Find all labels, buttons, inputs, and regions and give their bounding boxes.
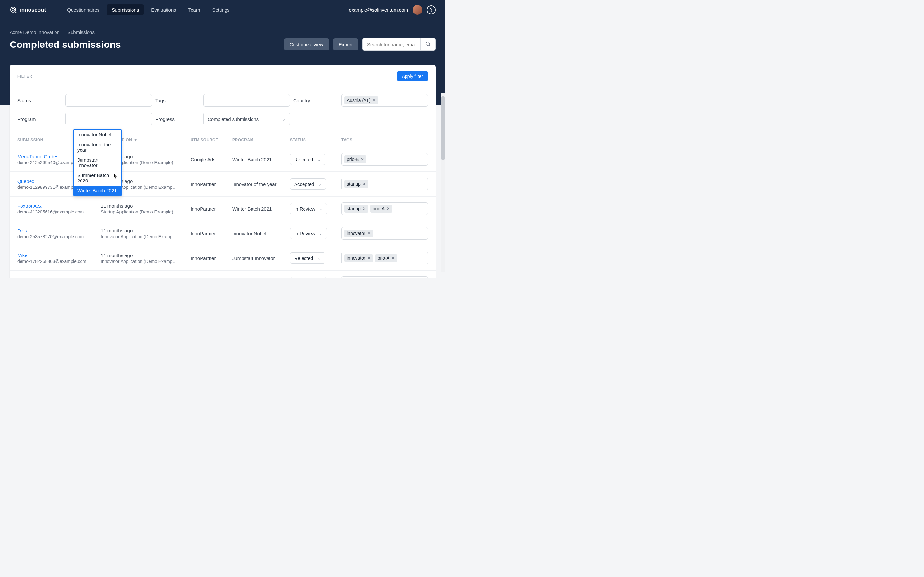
page-header: Completed submissions Customize view Exp… (0, 35, 445, 51)
th-program[interactable]: PROGRAM (232, 138, 290, 142)
close-icon[interactable]: ✕ (387, 206, 390, 211)
status-select[interactable]: In Review⌄ (290, 203, 327, 214)
nav-item-questionnaires[interactable]: Questionnaires (62, 5, 105, 15)
table-row: Deltademo-253578270@example.com11 months… (10, 221, 436, 246)
submitted-time: 11 months ago (101, 228, 191, 234)
program-option[interactable]: Innovator of the year (74, 139, 121, 155)
breadcrumb-section[interactable]: Submissions (67, 29, 95, 35)
nav-item-settings[interactable]: Settings (207, 5, 234, 15)
filter-grid: Status Tags Country Austria (AT) ✕ Progr… (10, 86, 436, 133)
utm-source: InnoPartner (191, 231, 232, 236)
tag-chip[interactable]: prio-A✕ (370, 205, 393, 213)
nav-item-team[interactable]: Team (183, 5, 205, 15)
nav-item-submissions[interactable]: Submissions (107, 5, 144, 15)
th-status[interactable]: STATUS (290, 138, 341, 142)
chevron-down-icon: ⌄ (318, 230, 323, 236)
th-utm-source[interactable]: UTM SOURCE (191, 138, 232, 142)
filter-section-label: FILTER (17, 74, 32, 79)
tags-input[interactable]: innovator✕prio-A✕ (341, 251, 428, 264)
filter-header: FILTER Apply filter (10, 65, 436, 86)
export-button[interactable]: Export (333, 39, 359, 50)
status-select[interactable]: Rejected⌄ (290, 252, 325, 264)
status-value: Rejected (294, 157, 313, 162)
filter-tags-input[interactable] (204, 94, 290, 107)
tag-label: innovator (347, 255, 365, 261)
utm-source: InnoPartner (191, 206, 232, 211)
th-tags[interactable]: TAGS (341, 138, 428, 142)
filter-progress-label: Progress (155, 116, 200, 122)
submission-name[interactable]: Delta (17, 228, 101, 234)
status-value: In Review (294, 206, 315, 211)
tags-input[interactable]: innovator✕ (341, 227, 428, 240)
program-option[interactable]: Innovator Nobel (74, 129, 121, 139)
logo[interactable]: innoscout (10, 6, 46, 14)
scrollbar-thumb[interactable] (441, 96, 445, 160)
tag-label: prio-A (373, 206, 384, 211)
filter-program-label: Program (17, 116, 62, 122)
search-button[interactable] (420, 39, 435, 50)
program-option[interactable]: Jumpstart Innovator (74, 155, 121, 170)
tag-label: prio-B (347, 157, 359, 162)
tags-input[interactable]: innovator✕prio-A✕ (341, 276, 428, 278)
help-icon[interactable]: ? (427, 5, 436, 15)
filter-status-input[interactable] (65, 94, 152, 107)
close-icon[interactable]: ✕ (360, 157, 364, 161)
tags-input[interactable]: startup✕ (341, 177, 428, 190)
utm-source: InnoPartner (191, 181, 232, 187)
svg-point-0 (12, 8, 15, 11)
submission-name[interactable]: Foxtrot A.S. (17, 203, 101, 209)
status-select[interactable]: Rejected⌄ (290, 153, 325, 165)
country-chip[interactable]: Austria (AT) ✕ (344, 97, 378, 104)
logo-text: innoscout (20, 7, 46, 13)
submission-email: demo-253578270@example.com (17, 234, 101, 239)
table-row: DemoX-ray LLC11 months agoFacebookSummer… (10, 271, 436, 278)
nav-right: example@solinventum.com ? (349, 5, 436, 15)
apply-filter-button[interactable]: Apply filter (397, 71, 428, 81)
tags-input[interactable]: startup✕prio-A✕ (341, 202, 428, 215)
status-select[interactable]: In Review⌄ (290, 227, 327, 239)
program-name: Winter Batch 2021 (232, 206, 290, 211)
filter-program-input[interactable] (65, 113, 152, 125)
filter-country-input[interactable]: Austria (AT) ✕ (341, 94, 428, 107)
customize-view-button[interactable]: Customize view (284, 39, 329, 50)
svg-line-2 (15, 11, 17, 13)
nav-item-evaluations[interactable]: Evaluations (146, 5, 181, 15)
svg-point-1 (11, 7, 16, 12)
avatar[interactable] (413, 5, 422, 15)
close-icon[interactable]: ✕ (367, 231, 371, 235)
chevron-down-icon: ▼ (134, 138, 137, 142)
breadcrumb-org[interactable]: Acme Demo Innovation (10, 29, 60, 35)
nav-items: QuestionnairesSubmissionsEvaluationsTeam… (62, 5, 234, 15)
search-input[interactable] (363, 39, 420, 50)
close-icon[interactable]: ✕ (373, 98, 376, 103)
program-option[interactable]: Winter Batch 2021 (74, 185, 121, 195)
tags-input[interactable]: prio-B✕ (341, 153, 428, 166)
status-select[interactable]: In Review⌄ (290, 277, 327, 278)
filter-progress-select[interactable]: Completed submissions ⌄ (204, 113, 290, 125)
application-name: Startup Application (Demo Example) (101, 210, 191, 214)
submission-name[interactable]: Mike (17, 253, 101, 258)
page-title: Completed submissions (10, 39, 121, 50)
close-icon[interactable]: ✕ (363, 182, 366, 186)
submitted-time: 11 months ago (101, 253, 191, 258)
submission-email: demo-1782268863@example.com (17, 259, 101, 264)
program-name: Innovator Nobel (232, 231, 290, 236)
tag-label: prio-A (378, 255, 389, 261)
chevron-down-icon: ⌄ (317, 156, 321, 162)
close-icon[interactable]: ✕ (367, 256, 371, 260)
program-name: Innovator of the year (232, 181, 290, 187)
user-email[interactable]: example@solinventum.com (349, 7, 408, 13)
tag-label: innovator (347, 231, 365, 236)
tag-chip[interactable]: prio-B✕ (344, 155, 367, 163)
status-select[interactable]: Accepted⌄ (290, 178, 326, 190)
program-option[interactable]: Summer Batch 2020 (74, 170, 121, 185)
close-icon[interactable]: ✕ (363, 206, 366, 211)
close-icon[interactable]: ✕ (391, 256, 395, 260)
tag-chip[interactable]: startup✕ (344, 205, 368, 213)
tag-chip[interactable]: innovator✕ (344, 229, 373, 237)
tag-chip[interactable]: startup✕ (344, 180, 368, 188)
svg-point-3 (426, 42, 430, 45)
filter-country-label: Country (293, 98, 338, 103)
tag-chip[interactable]: prio-A✕ (375, 254, 397, 262)
tag-chip[interactable]: innovator✕ (344, 254, 373, 262)
